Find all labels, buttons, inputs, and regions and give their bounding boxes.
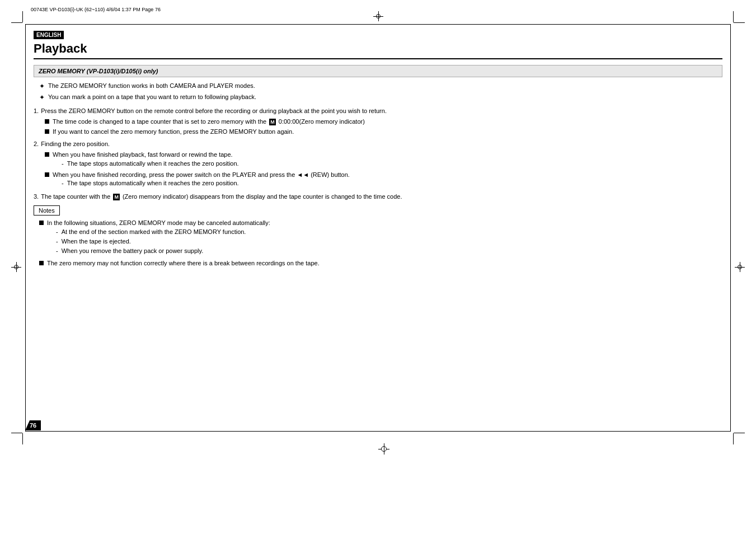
- step-1-sub-bullets: The time code is changed to a tape count…: [34, 118, 722, 137]
- bullet-sym-2: ✦: [39, 93, 45, 102]
- intro-bullet-2: ✦ You can mark a point on a tape that yo…: [39, 93, 722, 102]
- rew-symbol: ◄◄ (REW): [297, 171, 329, 178]
- border-right: [730, 24, 731, 432]
- crop-mark-bl-h: [11, 433, 22, 433]
- crop-mark-bl-v: [22, 433, 23, 444]
- border-top: [25, 24, 731, 25]
- english-tag: ENGLISH: [34, 31, 64, 39]
- dash-sym-n1-2: -: [56, 237, 58, 246]
- step-2-sub-2-text-before: When you have finished recording, press …: [53, 171, 297, 178]
- step-2-num: 2.: [34, 140, 39, 148]
- step-2-sub-1: When you have finished playback, fast fo…: [45, 151, 722, 169]
- step-3-header: 3. The tape counter with the M (Zero mem…: [34, 193, 722, 201]
- note-1-dash-1: - At the end of the section marked with …: [56, 228, 270, 236]
- sq-bullet-2-2: [45, 172, 49, 177]
- step-1-sub-1-text-after: 0:00:00(Zero memory indicator): [279, 118, 365, 125]
- notes-list: In the following situations, ZERO MEMORY…: [34, 219, 722, 268]
- dash-sym-n1-3: -: [56, 247, 58, 255]
- note-1-dash-2-text: When the tape is ejected.: [62, 237, 131, 246]
- crop-mark-br-h: [734, 433, 745, 433]
- border-bottom: [25, 431, 731, 432]
- intro-bullet-text-1: The ZERO MEMORY function works in both C…: [48, 82, 255, 90]
- step-2-sub-1-text: When you have finished playback, fast fo…: [53, 151, 722, 159]
- crop-mark-tr-h: [734, 22, 745, 23]
- dash-sym-n1-1: -: [56, 228, 58, 236]
- step-2-sub-1-dash-1: - The tape stops automatically when it r…: [62, 160, 722, 168]
- step-2: 2. Finding the zero position. When you h…: [34, 140, 722, 189]
- note-1-content: In the following situations, ZERO MEMORY…: [47, 219, 270, 257]
- reg-mark-right-mid: [735, 262, 745, 272]
- note-2-content: The zero memory may not function correct…: [47, 259, 320, 268]
- steps-list: 1. Press the ZERO MEMORY button on the r…: [34, 107, 722, 202]
- page-container: 00743E VP-D103(i)-UK (62~110) 4/6/04 1:3…: [0, 0, 756, 534]
- step-2-sub-1-content: When you have finished playback, fast fo…: [53, 151, 722, 169]
- page-title: Playback: [34, 41, 722, 59]
- step-2-text: Finding the zero position.: [41, 140, 722, 148]
- step-3-text: The tape counter with the M (Zero memory…: [41, 193, 722, 201]
- step-1-sub-2-content: If you want to cancel the zero memory fu…: [53, 128, 722, 136]
- dash-sym-2-2-1: -: [62, 179, 64, 188]
- dash-sym-2-1-1: -: [62, 160, 64, 168]
- step-2-sub-2-dash-1-text: The tape stops automatically when it rea…: [67, 179, 239, 188]
- step-2-sub-2-content: When you have finished recording, press …: [53, 171, 722, 189]
- note-1-dash-items: - At the end of the section marked with …: [47, 228, 270, 256]
- step-1-sub-1-content: The time code is changed to a tape count…: [53, 118, 722, 126]
- note-1-dash-2: - When the tape is ejected.: [56, 237, 270, 246]
- sq-bullet-note-1: [39, 221, 44, 225]
- step-2-header: 2. Finding the zero position.: [34, 140, 722, 148]
- sq-bullet-note-2: [39, 261, 44, 265]
- step-1-sub-2-text: If you want to cancel the zero memory fu…: [53, 128, 294, 135]
- step-1-header: 1. Press the ZERO MEMORY button on the r…: [34, 107, 722, 115]
- step-1: 1. Press the ZERO MEMORY button on the r…: [34, 107, 722, 137]
- step-3: 3. The tape counter with the M (Zero mem…: [34, 193, 722, 201]
- step-3-num: 3.: [34, 193, 39, 201]
- sq-bullet-1-1: [45, 119, 49, 124]
- crop-mark-tl-h: [11, 22, 22, 23]
- step-1-sub-2: If you want to cancel the zero memory fu…: [45, 128, 722, 136]
- sq-bullet-2-1: [45, 152, 49, 157]
- step-2-sub-bullets: When you have finished playback, fast fo…: [34, 151, 722, 189]
- note-2: The zero memory may not function correct…: [39, 259, 722, 268]
- step-2-sub-1-dash-1-text: The tape stops automatically when it rea…: [67, 160, 239, 168]
- step-1-text: Press the ZERO MEMORY button on the remo…: [41, 107, 722, 115]
- step-2-sub-2-text: When you have finished recording, press …: [53, 171, 722, 179]
- notes-box: Notes: [34, 205, 60, 216]
- note-1-text: In the following situations, ZERO MEMORY…: [47, 219, 270, 227]
- step-3-text-after: (Zero memory indicator) disappears from …: [123, 193, 402, 200]
- step-3-text-before: The tape counter with the: [41, 193, 112, 200]
- crop-mark-tr-v: [733, 11, 734, 22]
- m-indicator-3: M: [113, 194, 120, 201]
- content-area: ENGLISH Playback ZERO MEMORY (VP-D103(i)…: [34, 31, 722, 425]
- crop-mark-br-v: [733, 433, 734, 444]
- step-2-sub-2: When you have finished recording, press …: [45, 171, 722, 189]
- step-2-sub-2-text-after: button.: [331, 171, 350, 178]
- step-2-sub-2-dash-1: - The tape stops automatically when it r…: [62, 179, 722, 188]
- intro-bullet-text-2: You can mark a point on a tape that you …: [48, 93, 256, 101]
- sq-bullet-1-2: [45, 129, 49, 134]
- bullet-sym-1: ✦: [39, 82, 45, 91]
- m-indicator-1: M: [269, 119, 276, 126]
- reg-mark-left-mid: [11, 262, 21, 272]
- file-info: 00743E VP-D103(i)-UK (62~110) 4/6/04 1:3…: [31, 7, 161, 12]
- intro-bullet-1: ✦ The ZERO MEMORY function works in both…: [39, 82, 722, 91]
- note-1: In the following situations, ZERO MEMORY…: [39, 219, 722, 257]
- note-2-text: The zero memory may not function correct…: [47, 260, 320, 266]
- step-2-sub-2-dash: - The tape stops automatically when it r…: [53, 179, 722, 188]
- note-1-dash-1-text: At the end of the section marked with th…: [62, 228, 246, 236]
- step-1-sub-1: The time code is changed to a tape count…: [45, 118, 722, 126]
- crop-mark-tl-v: [22, 11, 23, 22]
- step-2-sub-1-dash: - The tape stops automatically when it r…: [53, 160, 722, 168]
- reg-mark-top-center: [373, 11, 383, 21]
- border-left: [25, 24, 26, 432]
- intro-bullets: ✦ The ZERO MEMORY function works in both…: [34, 82, 722, 102]
- step-1-sub-1-text-before: The time code is changed to a tape count…: [53, 118, 268, 125]
- step-1-num: 1.: [34, 107, 39, 115]
- section-header: ZERO MEMORY (VP-D103(i)/D105(i) only): [34, 65, 722, 77]
- note-1-dash-3-text: When you remove the battery pack or powe…: [62, 247, 204, 255]
- note-1-dash-3: - When you remove the battery pack or po…: [56, 247, 270, 255]
